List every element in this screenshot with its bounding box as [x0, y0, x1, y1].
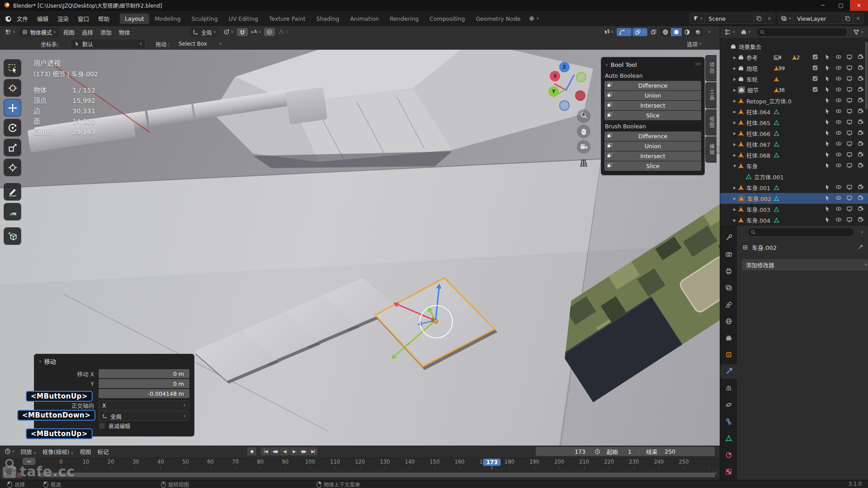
proportional-editing-button[interactable]	[264, 28, 275, 36]
outliner-item-label[interactable]: 车轮	[746, 75, 758, 84]
tab-geometry-node[interactable]: Geometry Node	[471, 14, 525, 24]
drag-dropdown[interactable]: Select Box∨	[175, 39, 225, 48]
properties-filter-button[interactable]: ∨	[857, 230, 866, 235]
record-button[interactable]	[247, 447, 256, 455]
selectable-toggle[interactable]	[824, 108, 830, 116]
viewport-menu-1[interactable]: 选择	[78, 27, 97, 38]
shading-wireframe-button[interactable]	[660, 28, 671, 36]
bool-auto-intersect-button[interactable]: Intersect	[604, 101, 701, 110]
add-cube-tool[interactable]	[4, 228, 21, 244]
selectable-toggle[interactable]	[824, 206, 830, 213]
shading-options-button[interactable]: ∨	[704, 29, 713, 35]
selectable-toggle[interactable]	[824, 65, 830, 72]
show-overlays-button[interactable]: ∨	[632, 28, 647, 36]
bool-brush-slice-button[interactable]: Slice	[604, 161, 701, 171]
outliner-root-row[interactable]: 场景集合	[720, 41, 868, 52]
frame-range-field[interactable]: 起始 1 | 结束 250	[590, 447, 715, 456]
tab-animation[interactable]: Animation	[345, 14, 384, 24]
menu-0[interactable]: 文件	[12, 13, 33, 25]
hide-toggle[interactable]	[835, 151, 842, 159]
hide-toggle[interactable]	[835, 119, 842, 127]
expand-arrow-icon[interactable]: ▶	[732, 186, 737, 190]
timeline-menu-1[interactable]: 抠像(插帧)∨	[39, 446, 77, 457]
timeline-menu-2[interactable]: 视图	[76, 446, 94, 457]
outliner-row[interactable]: ▶车身.004	[720, 215, 868, 225]
selectable-toggle[interactable]	[824, 141, 830, 148]
tab-layout[interactable]: Layout	[120, 14, 149, 24]
hide-toggle[interactable]	[835, 86, 842, 94]
outliner-row[interactable]: ▶细节36	[720, 84, 868, 95]
axis-dropdown[interactable]: X∨	[99, 400, 189, 410]
options-button[interactable]: 选项∨	[684, 39, 704, 49]
close-button[interactable]: ×	[850, 0, 868, 11]
measure-tool[interactable]	[4, 203, 21, 220]
viewport-disable-toggle[interactable]	[846, 184, 853, 192]
collection-checkbox[interactable]	[812, 75, 818, 83]
xray-toggle-button[interactable]	[648, 28, 659, 36]
snap-target-button[interactable]: ∨	[249, 28, 264, 36]
annotate-tool[interactable]	[4, 183, 21, 200]
selectable-toggle[interactable]	[824, 151, 830, 159]
play-button[interactable]: ▶	[289, 447, 298, 455]
render-disable-toggle[interactable]	[858, 216, 864, 224]
properties-tab-world[interactable]	[720, 314, 737, 328]
hide-toggle[interactable]	[835, 216, 842, 224]
timeline-menu-0[interactable]: 回放∨	[18, 446, 39, 457]
properties-tab-material[interactable]	[720, 448, 737, 462]
outliner-row[interactable]: ▶车身.003	[720, 204, 868, 215]
timeline-ruler[interactable]: 0102030405060708090100110120130140150160…	[0, 457, 720, 469]
prev-keyframe-button[interactable]: ◀◆	[270, 447, 279, 455]
outliner-row[interactable]: 立方体.001	[720, 171, 868, 182]
tab-modeling[interactable]: Modeling	[150, 14, 186, 24]
coord-system-dropdown[interactable]: 默认∨	[71, 39, 146, 49]
selectable-toggle[interactable]	[824, 97, 830, 105]
expand-arrow-icon[interactable]: ▼	[732, 164, 737, 168]
npanel-tab-2[interactable]: 视图	[705, 109, 717, 136]
nav-camera-button[interactable]	[577, 140, 590, 154]
bool-brush-union-button[interactable]: Union	[604, 141, 701, 151]
expand-arrow-icon[interactable]: ▶	[732, 207, 737, 211]
collection-checkbox[interactable]	[812, 86, 818, 94]
render-disable-toggle[interactable]	[858, 108, 864, 116]
outliner-item-label[interactable]: Retopo_立方体.0	[746, 97, 792, 105]
tab-sculpting[interactable]: Sculpting	[186, 14, 222, 24]
jump-to-start-button[interactable]: |◀	[261, 447, 270, 455]
outliner-item-label[interactable]: 柱体.065	[746, 118, 770, 127]
viewport-disable-toggle[interactable]	[846, 65, 853, 72]
render-disable-toggle[interactable]	[858, 65, 864, 72]
outliner-item-label[interactable]: 柱体.064	[746, 108, 770, 116]
selectable-toggle[interactable]	[824, 184, 830, 192]
blender-menu-icon[interactable]	[5, 15, 12, 23]
npanel-tab-1[interactable]: 工具	[705, 82, 717, 108]
properties-tab-constraints[interactable]	[720, 414, 737, 429]
timeline-menu-3[interactable]: 标记	[94, 446, 112, 457]
jump-to-end-button[interactable]: ▶|	[308, 447, 317, 455]
shading-rendered-button[interactable]	[693, 28, 703, 36]
snap-toggle-button[interactable]	[237, 28, 248, 36]
properties-tab-collection[interactable]	[720, 331, 737, 345]
mode-selector[interactable]: 物体模式∨	[19, 28, 59, 37]
render-disable-toggle[interactable]	[858, 54, 864, 61]
expand-arrow-icon[interactable]: ▶	[732, 131, 737, 136]
transform-tool[interactable]	[4, 159, 21, 176]
viewlayer-selector[interactable]: ∨ ViewLayer ×	[778, 13, 863, 24]
viewlayer-copy-button[interactable]	[842, 14, 853, 23]
nav-pan-button[interactable]	[577, 125, 590, 138]
next-keyframe-button[interactable]: ◆▶	[299, 447, 308, 455]
collection-checkbox[interactable]	[812, 65, 818, 72]
expand-arrow-icon[interactable]: ▶	[732, 66, 737, 70]
menu-1[interactable]: 编辑	[33, 13, 53, 25]
render-disable-toggle[interactable]	[858, 195, 864, 202]
nav-perspective-button[interactable]	[577, 156, 590, 170]
show-gizmos-button[interactable]: ∨	[617, 28, 632, 36]
pivot-point-button[interactable]: ∨	[221, 28, 236, 36]
selectable-toggle[interactable]	[824, 119, 830, 127]
properties-search-input[interactable]	[747, 228, 854, 237]
expand-arrow-icon[interactable]: ▶	[732, 197, 737, 201]
nav-axis-z[interactable]: Z	[559, 62, 570, 72]
hide-toggle[interactable]	[835, 195, 842, 202]
current-frame-field[interactable]: 173	[536, 447, 592, 456]
outliner-item-label[interactable]: 柱体.068	[746, 151, 770, 160]
rotate-tool[interactable]	[4, 119, 21, 136]
viewport-disable-toggle[interactable]	[846, 141, 853, 148]
